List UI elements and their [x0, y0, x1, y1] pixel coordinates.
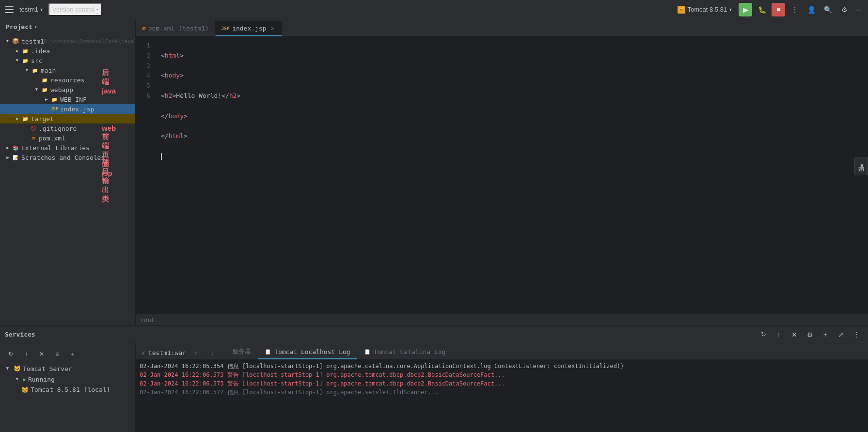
code-content[interactable]: <html> <body> <h2>Hello World!</h2> </bo… [155, 37, 868, 314]
services-more-button[interactable]: ⋮ [850, 328, 863, 341]
tomcat-config-button[interactable]: 🐱 Tomcat 8.5.81 ▾ [674, 4, 736, 15]
arrow-scratches [4, 154, 12, 161]
project-chevron-icon: ▾ [40, 7, 43, 12]
stop-button[interactable]: ■ [772, 3, 785, 16]
tree-item-extlibs[interactable]: 📚 External Libraries [0, 143, 135, 153]
services-tree-add[interactable]: ＋ [66, 347, 79, 361]
debug-button[interactable]: 🐛 [755, 3, 769, 16]
services-close-button[interactable]: ✕ [788, 328, 801, 341]
tab-indexjsp-close[interactable]: × [269, 25, 276, 32]
deployment-label: testm1:war [148, 349, 186, 356]
minimize-button[interactable]: — [854, 4, 863, 15]
tomcat-local-icon: 🐱 [21, 386, 29, 393]
tree-item-src[interactable]: 📁 src [0, 56, 135, 65]
tree-label-extlibs: External Libraries [21, 144, 90, 152]
project-dropdown[interactable]: testm1 ▾ [16, 4, 46, 15]
editor-tabs: m pom.xml (testm1) JSP index.jsp × [136, 19, 868, 37]
project-panel-title: Project [6, 23, 32, 31]
deployment-download-icon[interactable]: ↓ [205, 346, 219, 359]
services-tree-close[interactable]: ✕ [35, 347, 48, 361]
running-play-icon: ▶ [23, 377, 26, 382]
folder-icon-target: 📁 [21, 115, 29, 123]
services-tree-running[interactable]: ▶ Running [0, 374, 135, 385]
search-button[interactable]: 🔍 [821, 3, 835, 16]
tree-item-pomxml[interactable]: m pom.xml [0, 133, 135, 143]
folder-icon-src: 📁 [21, 57, 29, 64]
log-area[interactable]: 02-Jan-2024 16:22:05.354 信息 [localhost-s… [136, 360, 868, 432]
services-tab-servers[interactable]: 服务器 [225, 345, 258, 359]
sidebar: Project ▾ 📦 testm1 D:\dropbox\Dropbox\Co… [0, 19, 136, 325]
sidebar-header: Project ▾ [0, 19, 135, 34]
tree-item-scratches[interactable]: 📝 Scratches and Consoles [0, 153, 135, 162]
tab-pomxml-prefix: m [142, 25, 145, 31]
tree-item-webinf[interactable]: 📁 WEB-INF [0, 94, 135, 104]
tree-item-testm1[interactable]: 📦 testm1 D:\dropbox\Dropbox\Code\java\20… [0, 36, 135, 46]
services-body: ↻ ↑ ✕ ≡ ＋ 🐱 Tomcat Server ▶ Running 🐱 [0, 343, 868, 432]
tab-indexjsp[interactable]: JSP index.jsp × [215, 21, 282, 36]
account-button[interactable]: 👤 [805, 3, 818, 16]
extlibs-icon: 📚 [12, 144, 19, 152]
folder-icon-webapp: 📁 [41, 86, 48, 93]
tree-label-webinf: WEB-INF [60, 96, 87, 103]
tree-item-resources[interactable]: 📁 resources [0, 75, 135, 85]
log-line-2: 02-Jan-2024 16:22:06.573 警告 [localhost-s… [140, 379, 864, 388]
top-bar: testm1 ▾ Version control ▾ 🐱 Tomcat 8.5.… [0, 0, 868, 19]
jsp-icon-indexjsp: JSP [50, 105, 58, 113]
code-line-5: </html> [161, 131, 862, 141]
run-button[interactable]: ▶ [739, 3, 752, 16]
services-up-button[interactable]: ↑ [772, 328, 786, 341]
arrow-src [14, 57, 21, 64]
services-title: Services [5, 331, 35, 338]
services-tree-filter[interactable]: ≡ [50, 347, 64, 361]
vcs-label: Version control [52, 6, 94, 13]
tree-item-webapp[interactable]: 📁 webapp [0, 85, 135, 94]
code-line-2: <body> [161, 71, 862, 81]
tree-label-testm1: testm1 [21, 38, 44, 45]
line-numbers: 1 2 3 4 5 6 [136, 37, 155, 314]
tree-item-gitignore[interactable]: 🚫 .gitignore [0, 123, 135, 133]
tree-path-testm1: D:\dropbox\Dropbox\Code\java\2024\testma… [44, 38, 135, 45]
services-refresh-button[interactable]: ↻ [757, 328, 770, 341]
tree-item-main[interactable]: 📁 main [0, 65, 135, 75]
right-panel-toggle[interactable]: 中 ≡C [854, 157, 868, 175]
code-editor[interactable]: 1 2 3 4 5 6 <html> <body> <h2>Hello Worl… [136, 37, 868, 314]
services-tab-catalina-log[interactable]: 📋 Tomcat Catalina Log [357, 345, 453, 359]
tab-pomxml[interactable]: m pom.xml (testm1) [136, 21, 215, 36]
tomcat-chevron-icon: ▾ [729, 7, 732, 12]
services-add-button[interactable]: ＋ [819, 328, 832, 341]
arrow-testm1 [4, 37, 12, 45]
vcs-dropdown[interactable]: Version control ▾ [48, 3, 102, 16]
services-tree-refresh[interactable]: ↻ [4, 347, 17, 361]
hamburger-menu-icon[interactable] [5, 6, 14, 13]
services-tree-tomcat-local[interactable]: 🐱 Tomcat 8.5.81 [local] [0, 385, 135, 395]
deployment-check-icon: ✓ [142, 349, 145, 356]
log-line-header: 02-Jan-2024 16:22:05.354 信息 [localhost-s… [140, 362, 864, 370]
services-header: Services ↻ ↑ ✕ ⚙ ＋ ⤢ ⋮ [0, 326, 868, 343]
services-tree-up[interactable]: ↑ [19, 347, 33, 361]
folder-icon-webinf: 📁 [50, 95, 58, 103]
arrow-main [23, 66, 31, 74]
tree-item-indexjsp[interactable]: JSP index.jsp [0, 104, 135, 114]
tomcat-local-label: Tomcat 8.5.81 [local] [31, 386, 110, 393]
breadcrumb-bar: root [136, 314, 868, 325]
services-expand-button[interactable]: ⤢ [834, 328, 848, 341]
services-filter-button[interactable]: ⚙ [803, 328, 817, 341]
tree-item-idea[interactable]: 📁 .idea [0, 46, 135, 56]
more-options-button[interactable]: ⋮ [788, 3, 802, 16]
settings-button[interactable]: ⚙ [837, 3, 851, 16]
deployment-upload-icon[interactable]: ↑ [189, 346, 203, 359]
tree-item-target[interactable]: 📁 target [0, 114, 135, 123]
running-label: Running [28, 376, 55, 383]
code-line-1: <html> [161, 51, 862, 61]
top-bar-left: testm1 ▾ Version control ▾ [5, 3, 670, 16]
services-actions: ↻ ↑ ✕ ⚙ ＋ ⤢ ⋮ [757, 328, 863, 341]
services-tabs: ✓ testm1:war ↑ ↓ 服务器 📋 Tomcat Localhost … [136, 343, 868, 360]
services-tab-localhost-log[interactable]: 📋 Tomcat Localhost Log [258, 345, 357, 359]
tomcat-icon-tree: 🐱 [14, 365, 21, 372]
project-name-label: testm1 [19, 6, 38, 13]
tree-label-src: src [31, 57, 42, 64]
tree-label-target: target [31, 115, 54, 123]
services-tree-tomcat-server[interactable]: 🐱 Tomcat Server [0, 363, 135, 374]
services-tree: ↻ ↑ ✕ ≡ ＋ 🐱 Tomcat Server ▶ Running 🐱 [0, 343, 136, 432]
xml-icon-pomxml: m [29, 134, 37, 142]
